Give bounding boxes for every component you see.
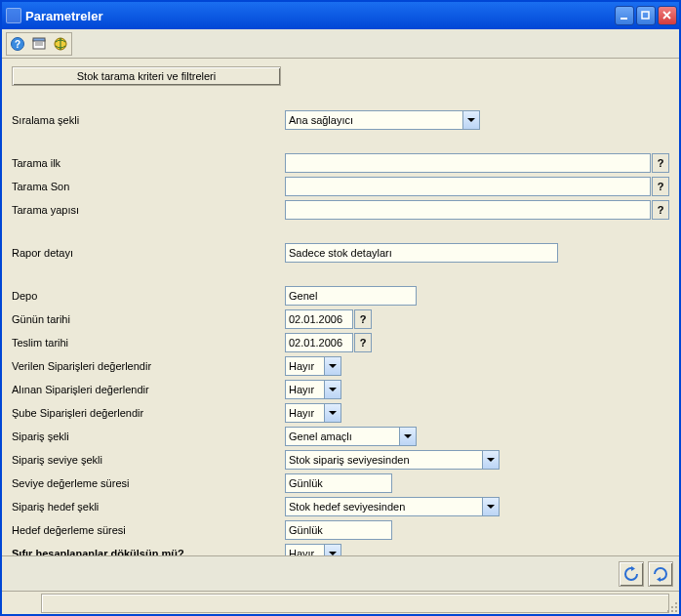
svg-rect-0 bbox=[621, 18, 627, 20]
report-detail-input[interactable] bbox=[285, 243, 558, 263]
undo-icon bbox=[652, 565, 669, 583]
row-warehouse: Depo bbox=[12, 285, 669, 307]
chevron-down-icon bbox=[324, 357, 340, 375]
status-bar bbox=[2, 591, 679, 614]
row-level-eval-period: Seviye değerleme süresi bbox=[12, 472, 669, 494]
lookup-icon: ? bbox=[360, 313, 367, 325]
delivery-date-input[interactable] bbox=[285, 333, 353, 352]
row-eval-given-orders: Verilen Siparişleri değerlendir Hayır bbox=[12, 355, 669, 377]
label-eval-branch-orders: Şube Siparişleri değerlendir bbox=[12, 407, 285, 419]
sort-order-value: Ana sağlayıcı bbox=[289, 114, 353, 126]
order-level-type-select[interactable]: Stok sipariş seviyesinden bbox=[285, 450, 500, 470]
help-icon: ? bbox=[10, 36, 25, 52]
chevron-down-icon bbox=[462, 111, 479, 129]
dump-zero-calc-value: Hayır bbox=[289, 548, 314, 555]
delivery-date-lookup-button[interactable]: ? bbox=[354, 333, 372, 352]
eval-branch-orders-value: Hayır bbox=[289, 407, 314, 419]
row-day-date: Günün tarihi ? bbox=[12, 308, 669, 330]
resize-handle-icon[interactable] bbox=[663, 598, 677, 612]
label-eval-given-orders: Verilen Siparişleri değerlendir bbox=[12, 360, 285, 372]
chevron-down-icon bbox=[324, 381, 340, 398]
chevron-down-icon bbox=[482, 498, 499, 515]
lookup-icon: ? bbox=[658, 181, 664, 192]
order-type-select[interactable]: Genel amaçlı bbox=[285, 427, 417, 446]
label-eval-received-orders: Alınan Siparişleri değerlendir bbox=[12, 384, 285, 395]
undo-button[interactable] bbox=[648, 561, 673, 587]
scan-first-lookup-button[interactable]: ? bbox=[652, 153, 669, 173]
label-report-detail: Rapor detayı bbox=[12, 247, 285, 259]
row-eval-branch-orders: Şube Siparişleri değerlendir Hayır bbox=[12, 402, 669, 424]
warehouse-input[interactable] bbox=[285, 286, 417, 306]
svg-marker-11 bbox=[631, 566, 635, 571]
refresh-button[interactable] bbox=[619, 561, 644, 587]
close-button[interactable] bbox=[658, 6, 677, 25]
label-scan-first: Tarama ilk bbox=[12, 157, 285, 169]
minimize-icon bbox=[620, 11, 629, 21]
eval-branch-orders-select[interactable]: Hayır bbox=[285, 403, 341, 423]
label-level-eval-period: Seviye değerleme süresi bbox=[12, 477, 285, 489]
maximize-icon bbox=[641, 11, 651, 21]
label-order-target-type: Sipariş hedef şekli bbox=[12, 501, 285, 513]
order-target-type-select[interactable]: Stok hedef seviyesinden bbox=[285, 497, 500, 516]
scan-last-lookup-button[interactable]: ? bbox=[652, 177, 669, 196]
scan-last-input[interactable] bbox=[285, 177, 651, 196]
row-order-target-type: Sipariş hedef şekli Stok hedef seviyesin… bbox=[12, 496, 669, 517]
target-eval-period-input[interactable] bbox=[285, 520, 392, 540]
label-dump-zero-calc: Sıfır hesaplananlar dökülsün mü? bbox=[12, 548, 285, 555]
label-day-date: Günün tarihi bbox=[12, 313, 285, 325]
order-type-value: Genel amaçlı bbox=[289, 431, 352, 442]
chevron-down-icon bbox=[324, 545, 340, 555]
lookup-icon: ? bbox=[658, 157, 664, 169]
row-scan-last: Tarama Son ? bbox=[12, 176, 669, 197]
day-date-lookup-button[interactable]: ? bbox=[354, 309, 372, 329]
row-sort-order: Sıralama şekli Ana sağlayıcı bbox=[12, 109, 669, 131]
sort-order-select[interactable]: Ana sağlayıcı bbox=[285, 110, 480, 130]
close-icon bbox=[662, 11, 672, 21]
label-warehouse: Depo bbox=[12, 290, 285, 302]
row-delivery-date: Teslim tarihi ? bbox=[12, 332, 669, 353]
level-eval-period-input[interactable] bbox=[285, 473, 392, 493]
row-report-detail: Rapor detayı bbox=[12, 242, 669, 264]
eval-received-orders-select[interactable]: Hayır bbox=[285, 380, 341, 399]
day-date-input[interactable] bbox=[285, 309, 353, 329]
scan-first-input[interactable] bbox=[285, 153, 651, 173]
scan-filter-label: Stok tarama kriteri ve filtreleri bbox=[77, 70, 216, 82]
window-title: Parametreler bbox=[25, 9, 615, 23]
footer-bar bbox=[2, 555, 679, 591]
form-body: Stok tarama kriteri ve filtreleri Sırala… bbox=[2, 59, 679, 555]
svg-text:?: ? bbox=[15, 39, 20, 50]
app-icon bbox=[6, 8, 21, 23]
scan-structure-lookup-button[interactable]: ? bbox=[652, 200, 669, 220]
label-target-eval-period: Hedef değerleme süresi bbox=[12, 524, 285, 536]
toolbar: ? bbox=[2, 29, 679, 59]
maximize-button[interactable] bbox=[636, 6, 656, 25]
chevron-down-icon bbox=[399, 428, 416, 445]
help-tool-button[interactable]: ? bbox=[7, 33, 28, 55]
chevron-down-icon bbox=[482, 451, 499, 469]
label-sort-order: Sıralama şekli bbox=[12, 114, 285, 126]
scan-structure-input[interactable] bbox=[285, 200, 651, 220]
refresh-icon bbox=[622, 565, 640, 583]
window-buttons bbox=[615, 6, 677, 25]
minimize-button[interactable] bbox=[615, 6, 634, 25]
eval-given-orders-select[interactable]: Hayır bbox=[285, 356, 341, 376]
lookup-icon: ? bbox=[360, 337, 367, 349]
lookup-icon: ? bbox=[658, 204, 664, 216]
label-delivery-date: Teslim tarihi bbox=[12, 337, 285, 349]
order-target-type-value: Stok hedef seviyesinden bbox=[289, 501, 405, 513]
row-order-type: Sipariş şekli Genel amaçlı bbox=[12, 426, 669, 447]
scan-filter-button[interactable]: Stok tarama kriteri ve filtreleri bbox=[12, 66, 281, 86]
svg-rect-7 bbox=[33, 38, 45, 41]
toolbar-group: ? bbox=[6, 32, 72, 56]
order-level-type-value: Stok sipariş seviyesinden bbox=[289, 454, 410, 466]
eval-given-orders-value: Hayır bbox=[289, 360, 314, 372]
label-scan-structure: Tarama yapısı bbox=[12, 204, 285, 216]
svg-rect-1 bbox=[642, 12, 649, 19]
dump-zero-calc-select[interactable]: Hayır bbox=[285, 544, 341, 555]
svg-marker-12 bbox=[657, 577, 661, 582]
properties-tool-button[interactable] bbox=[28, 33, 50, 55]
row-order-level-type: Sipariş seviye şekli Stok sipariş seviye… bbox=[12, 449, 669, 471]
globe-tool-button[interactable] bbox=[50, 33, 71, 55]
globe-icon bbox=[53, 36, 68, 52]
label-scan-last: Tarama Son bbox=[12, 181, 285, 192]
